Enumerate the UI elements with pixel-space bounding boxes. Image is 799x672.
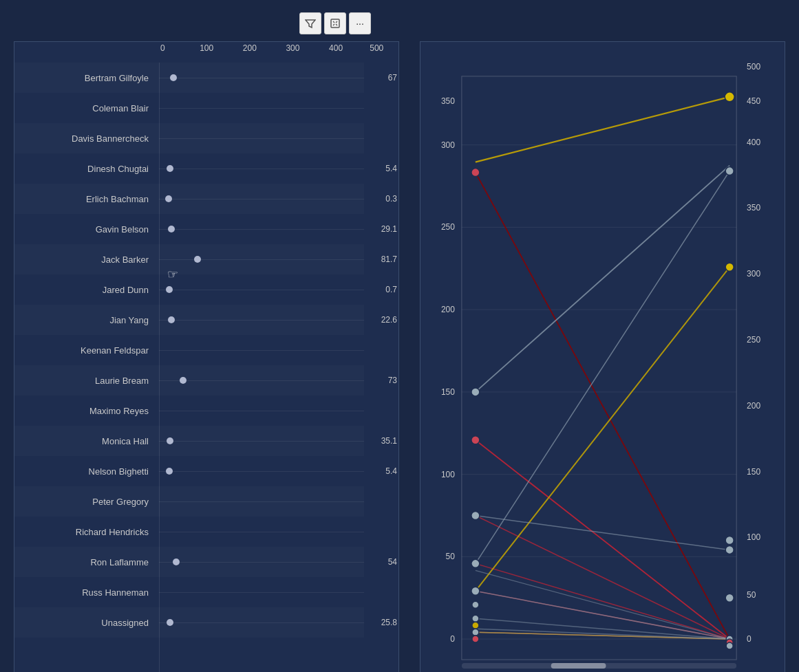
x-axis-200: 200 [243,43,257,53]
data-dot [165,195,172,202]
person-name-label: Nelson Bighetti [14,466,156,477]
svg-text:150: 150 [747,467,760,477]
x-axis-0: 0 [160,43,165,53]
data-dot [180,377,187,384]
row-value: 81.7 [381,254,397,264]
svg-point-59 [725,263,734,271]
svg-text:500: 500 [747,62,760,72]
svg-text:50: 50 [446,552,456,561]
svg-rect-67 [551,663,606,669]
row-value: 35.1 [381,436,397,446]
person-row: Coleman Blair [14,93,364,123]
svg-text:450: 450 [747,96,760,106]
svg-text:350: 350 [747,203,760,213]
left-more-button[interactable]: ··· [349,12,371,34]
data-dot [167,619,173,626]
svg-point-46 [471,169,480,177]
person-row: Peter Gregory [14,486,364,517]
x-axis-400: 400 [329,43,343,53]
person-row: Monica Hall35.1 [14,426,364,456]
x-axis-300: 300 [286,43,299,53]
svg-point-60 [725,536,734,544]
svg-point-49 [471,512,480,520]
row-value: 54 [388,557,397,567]
svg-point-57 [725,92,734,102]
svg-text:300: 300 [441,140,455,150]
person-row: Gavin Belson29.1 [14,214,364,244]
row-value: 25.8 [381,618,397,627]
svg-text:250: 250 [747,335,760,345]
person-name-label: Peter Gregory [14,497,156,507]
person-name-label: Bertram Gilfoyle [14,73,156,83]
left-filter-button[interactable] [299,12,321,34]
svg-text:350: 350 [441,96,455,106]
data-dot [168,316,175,323]
svg-text:400: 400 [747,138,760,147]
person-row: Bertram Gilfoyle67 [14,63,364,93]
person-name-label: Ron Laflamme [14,557,156,567]
person-name-label: Coleman Blair [14,103,156,113]
svg-text:0: 0 [747,634,752,644]
data-dot [166,286,173,293]
svg-point-56 [472,636,479,642]
row-value: 0.3 [385,194,397,204]
person-row: Russ Hanneman [14,577,364,607]
right-chart: 0 50 100 150 200 250 300 350 0 50 100 15… [420,41,785,672]
person-name-label: Dinesh Chugtai [14,164,156,174]
person-row: Richard Hendricks [14,517,364,547]
data-dot [173,559,180,565]
person-row: Unassigned25.8 [14,607,364,638]
data-dot [168,226,175,232]
person-row: Nelson Bighetti5.4 [14,456,364,486]
svg-text:200: 200 [441,305,455,314]
data-dot [167,165,173,172]
data-dot [167,437,173,444]
svg-point-52 [472,601,479,608]
person-name-label: Keenan Feldspar [14,345,156,356]
svg-point-48 [471,436,480,444]
person-name-label: Unassigned [14,618,156,628]
person-row: Erlich Bachman0.3 [14,184,364,214]
person-name-label: Laurie Bream [14,376,156,386]
svg-point-47 [471,388,480,396]
person-name-label: Erlich Bachman [14,194,156,204]
svg-point-65 [726,642,733,649]
svg-text:100: 100 [747,532,760,542]
row-value: 22.6 [381,315,397,325]
row-value: 5.4 [385,164,397,173]
person-row: Maximo Reyes [14,395,364,426]
person-row: Davis Bannercheck [14,123,364,153]
person-row: Keenan Feldspar [14,335,364,365]
row-value: 5.4 [385,466,397,476]
svg-rect-0 [331,19,339,28]
x-axis-500: 500 [370,43,383,53]
person-name-label: Russ Hanneman [14,587,156,598]
data-dot [170,74,177,81]
row-value: 67 [388,73,397,83]
row-value: 73 [388,376,397,385]
x-axis-100: 100 [200,43,213,53]
svg-text:300: 300 [747,269,760,279]
row-value: 0.7 [385,285,397,294]
person-row: Ron Laflamme54 [14,547,364,577]
left-chart: 0 100 200 300 400 500 Bertram Gilfoyle67… [14,41,399,672]
svg-text:100: 100 [441,470,455,479]
row-value: 29.1 [381,224,397,234]
person-row: Jared Dunn0.7 [14,274,364,305]
person-name-label: Jared Dunn [14,285,156,295]
left-toolbar: ··· [299,12,371,34]
svg-point-62 [725,594,734,602]
svg-text:150: 150 [441,387,455,397]
person-row: Jack Barker81.7 [14,244,364,274]
svg-point-50 [471,559,480,567]
svg-text:0: 0 [450,634,455,644]
svg-text:200: 200 [747,401,760,411]
svg-point-61 [725,545,734,554]
svg-point-55 [472,629,479,636]
svg-point-54 [472,622,479,629]
data-dot [166,468,173,475]
person-name-label: Davis Bannercheck [14,133,156,144]
person-name-label: Monica Hall [14,436,156,446]
svg-text:250: 250 [441,222,455,232]
left-expand-button[interactable] [324,12,346,34]
